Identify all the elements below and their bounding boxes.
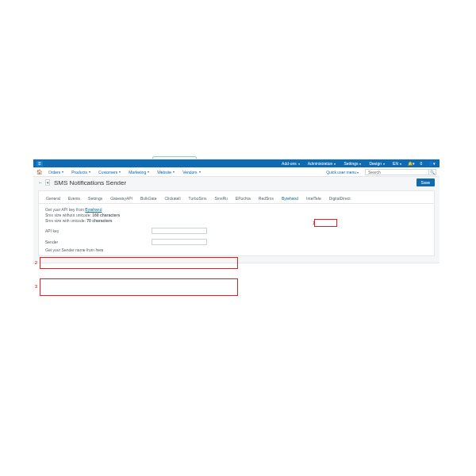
annotation-number-1: 1	[311, 221, 315, 225]
admin-topbar: Add-ons Administration Settings Design E…	[33, 159, 440, 167]
top-icon-group: 🔔▾ 0 👤▾	[406, 159, 436, 167]
tab-digitaldirect[interactable]: DigitalDirect	[325, 194, 355, 203]
tab-smsru[interactable]: SmsRu	[210, 194, 231, 203]
sender-hint: Get your Sender name from here	[39, 248, 434, 255]
main-nav-bar: 🏠 Orders Products Customers Marketing We…	[33, 167, 440, 177]
menu-language[interactable]: EN	[390, 159, 405, 167]
info-size-nounicode-label: Sms size without unicode:	[45, 213, 92, 217]
menu-settings[interactable]: Settings	[340, 159, 364, 167]
page-title: SMS Notifications Sender	[54, 179, 126, 186]
info-size-unicode-label: Sms size with unicode:	[45, 218, 86, 223]
back-button[interactable]: ←	[38, 180, 43, 185]
nav-marketing[interactable]: Marketing	[125, 170, 152, 175]
home-icon[interactable]: 🏠	[36, 169, 42, 175]
sender-input[interactable]	[152, 239, 207, 245]
tab-redsms[interactable]: RedSms	[255, 194, 278, 203]
sender-label: Sender	[45, 240, 148, 244]
nav-customers[interactable]: Customers	[95, 170, 124, 175]
main-nav: Orders Products Customers Marketing Webs…	[45, 170, 204, 175]
search-icon[interactable]: 🔍	[428, 169, 436, 175]
info-size-unicode-value: 70 characters	[86, 218, 112, 223]
sender-row: Sender	[39, 236, 434, 248]
tab-clickatell[interactable]: Clickatell	[161, 194, 185, 203]
alerts-count[interactable]: 0	[416, 161, 426, 166]
tab-settings[interactable]: Settings	[84, 194, 106, 203]
search-wrap: 🔍	[365, 169, 436, 175]
menu-design[interactable]: Design	[366, 159, 388, 167]
search-input[interactable]	[365, 169, 436, 175]
menu-icon[interactable]	[36, 161, 43, 167]
save-button[interactable]: Save	[416, 178, 435, 186]
provider-info: Get your API key from Bytehand Sms size …	[39, 204, 434, 225]
tab-turbosms[interactable]: TurboSms	[185, 194, 211, 203]
page-actions-dropdown[interactable]: ▾	[45, 179, 50, 186]
settings-panel: GeneralEventsSettingsGatewayAPIBulkGateC…	[38, 190, 435, 256]
annotation-number-3: 3	[33, 284, 37, 289]
api-key-row: API key	[39, 225, 434, 236]
bytehand-link[interactable]: Bytehand	[85, 207, 102, 212]
tab-bulkgate[interactable]: BulkGate	[136, 194, 161, 203]
info-size-nounicode-value: 160 characters	[92, 213, 120, 217]
tab-events[interactable]: Events	[64, 194, 84, 203]
tab-epochta[interactable]: EPochta	[232, 194, 255, 203]
notifications-icon[interactable]: 🔔▾	[406, 161, 416, 166]
provider-tabs: GeneralEventsSettingsGatewayAPIBulkGateC…	[39, 191, 434, 204]
tab-bytehand[interactable]: Bytehand	[278, 194, 302, 203]
page-title-bar: ← ▾ SMS Notifications Sender Save	[33, 177, 440, 188]
nav-website[interactable]: Website	[154, 170, 178, 175]
top-menu: Add-ons Administration Settings Design E…	[278, 159, 405, 167]
tab-gatewayapi[interactable]: GatewayAPI	[106, 194, 136, 203]
info-api-key-text: Get your API key from	[45, 207, 85, 212]
api-key-input[interactable]	[152, 228, 207, 234]
tab-inteltele[interactable]: IntelTele	[302, 194, 325, 203]
nav-orders[interactable]: Orders	[45, 170, 67, 175]
annotation-box-3	[40, 278, 238, 296]
account-icon[interactable]: 👤▾	[427, 161, 436, 166]
sender-hint-text: Get your Sender name from	[45, 248, 95, 252]
annotation-number-2: 2	[33, 260, 37, 265]
tab-general[interactable]: General	[42, 194, 64, 203]
app-window: Add-ons Administration Settings Design E…	[33, 159, 440, 263]
nav-vendors[interactable]: Vendors	[179, 170, 203, 175]
quick-user-menu[interactable]: Quick user menu	[323, 170, 362, 175]
menu-addons[interactable]: Add-ons	[278, 159, 303, 167]
api-key-label: API key	[45, 228, 148, 233]
nav-products[interactable]: Products	[68, 170, 94, 175]
menu-administration[interactable]: Administration	[305, 159, 340, 167]
sender-hint-link[interactable]: here	[95, 248, 103, 252]
